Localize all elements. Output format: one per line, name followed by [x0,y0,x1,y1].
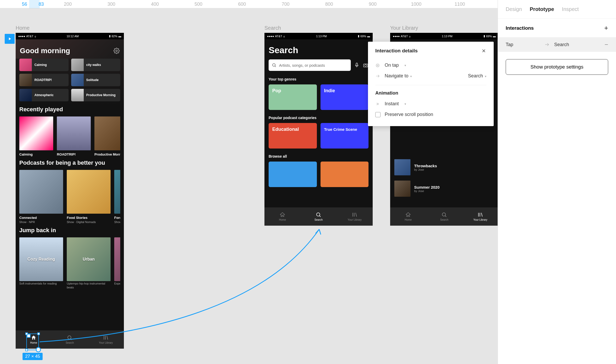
section-label: Popular podcast categories [264,115,373,123]
tile-thumbnail [19,74,32,86]
status-bar: ●●●● AT&T ⏚ 10:12 AM ▮ 82% ▬ [16,33,124,39]
album-card[interactable]: ROADTRIP! [57,116,91,156]
interaction-row[interactable]: Tap Search − [498,37,616,52]
frame-home[interactable]: ●●●● AT&T ⏚ 10:12 AM ▮ 82% ▬ Good mornin… [16,33,124,349]
library-icon [352,212,358,218]
horizontal-ruler: 56 83 200 300 400 500 600 700 800 900 10… [0,0,498,8]
search-icon [67,335,73,341]
playlist-card[interactable]: Exper [114,237,120,289]
preserve-scroll-checkbox[interactable]: Preserve scroll position [375,109,486,120]
selection-box[interactable] [26,334,39,350]
quick-tile[interactable]: ROADTRIP! [19,74,69,86]
carrier-label: AT&T [26,35,33,38]
quick-tile[interactable]: Atmospheric [19,89,69,101]
podcast-card[interactable]: Food StoriesShow · Digital Nomads [67,170,111,224]
card-image [19,170,63,214]
tile-thumbnail [71,59,84,71]
tab-library[interactable]: Your Library [462,207,498,226]
quick-tile[interactable]: Solitude [71,74,120,86]
svg-point-5 [365,64,366,66]
podcast-card[interactable]: ConnectedShow · NPR [19,170,63,224]
genre-tile[interactable]: Indie [321,84,369,110]
properties-panel: Design Prototype Inspect Interactions + … [498,0,616,364]
genre-tile[interactable]: True Crime Scene [321,123,369,149]
frame-label-library[interactable]: Your Library [390,25,418,31]
tab-bar: Home Search Your Library [264,207,373,226]
svg-point-8 [377,65,378,66]
search-icon [441,212,447,218]
tab-design[interactable]: Design [506,6,522,12]
browse-tile[interactable] [269,162,317,187]
search-placeholder: Artists, songs, or podcasts [279,63,325,67]
tab-search[interactable]: Search [52,330,88,349]
ruler-tick: 56 [22,2,27,7]
svg-point-1 [68,336,71,339]
animation-dropdown[interactable]: Instant ▾ [375,98,486,109]
card-image [94,116,120,150]
close-icon[interactable] [481,48,486,53]
ruler-tick: 600 [238,2,246,7]
album-card[interactable]: Calming [19,116,53,156]
playlist-card[interactable]: UrbanUptempo hip-hop instrumental beats [67,237,111,289]
camera-icon[interactable] [363,62,369,68]
card-image: Cozy Reading [19,237,63,281]
tile-thumbnail [71,89,84,101]
status-bar: ●●●●AT&T⏚ 1:13 PM ▮69%▬ [390,33,498,39]
interactions-heading: Interactions [506,25,534,31]
action-dropdown[interactable]: Navigate to ▾ [385,73,412,79]
card-image [114,237,120,281]
album-card[interactable]: Productive Morning [94,116,120,156]
ruler-tick: 300 [107,2,115,7]
svg-rect-3 [356,63,358,66]
settings-icon[interactable] [113,48,120,54]
home-icon [405,212,411,218]
chevron-down-icon: ▾ [404,64,406,67]
prototype-connection-handle[interactable] [36,347,41,352]
ruler-tick: 400 [151,2,159,7]
tab-home[interactable]: Home [264,207,300,226]
show-prototype-settings-button[interactable]: Show prototype settings [506,59,608,75]
tab-library[interactable]: Your Library [337,207,373,226]
add-interaction-button[interactable]: + [604,24,608,32]
microphone-icon[interactable] [354,62,360,68]
tab-search[interactable]: Search [426,207,462,226]
card-image: Urban [67,237,111,281]
search-input[interactable]: Artists, songs, or podcasts [269,59,351,71]
playlist-card[interactable]: Cozy ReadingSoft instrumentals for readi… [19,237,63,289]
quick-tile[interactable]: city walks [71,59,120,71]
genre-tile[interactable]: Educational [269,123,317,149]
tab-prototype[interactable]: Prototype [530,6,554,12]
quick-tile[interactable]: Calming [19,59,69,71]
tab-home[interactable]: Home [390,207,426,226]
card-image [57,116,91,150]
frame-search[interactable]: ●●●●AT&T⏚ 1:13 PM ▮69%▬ Search Artists, … [264,33,373,226]
animation-section-title: Animation [375,89,486,98]
tab-inspect[interactable]: Inspect [562,6,579,12]
trigger-dropdown[interactable]: On tap ▾ [375,60,486,71]
frame-label-search[interactable]: Search [264,25,281,31]
section-label: Browse all [264,153,373,162]
play-prototype-button[interactable] [5,34,15,44]
instant-icon [375,102,380,106]
frame-label-home[interactable]: Home [16,25,29,31]
svg-point-7 [442,213,446,216]
remove-interaction-button[interactable]: − [605,41,608,48]
ruler-tick: 700 [282,2,289,7]
tile-thumbnail [19,89,32,101]
quick-tile[interactable]: Productive Morning [71,89,120,101]
tab-library[interactable]: Your Library [88,330,124,349]
interaction-details-popover[interactable]: Interaction details On tap ▾ Navigate to… [368,42,494,126]
browse-tile[interactable] [321,162,369,187]
svg-point-0 [116,50,117,52]
destination-dropdown[interactable]: Search ▾ [468,73,486,79]
tap-icon [375,63,380,68]
tab-search[interactable]: Search [300,207,336,226]
arrow-right-icon [544,42,549,47]
panel-tabs: Design Prototype Inspect [498,0,616,19]
library-item[interactable]: Summer 2020by Jose [394,178,494,199]
ruler-tick: 800 [325,2,333,7]
ruler-selection-range [29,0,40,8]
podcast-card[interactable]: ForeveShow [114,170,120,224]
genre-tile[interactable]: Pop [269,84,317,110]
library-item[interactable]: Throwbacksby Jose [394,157,494,178]
